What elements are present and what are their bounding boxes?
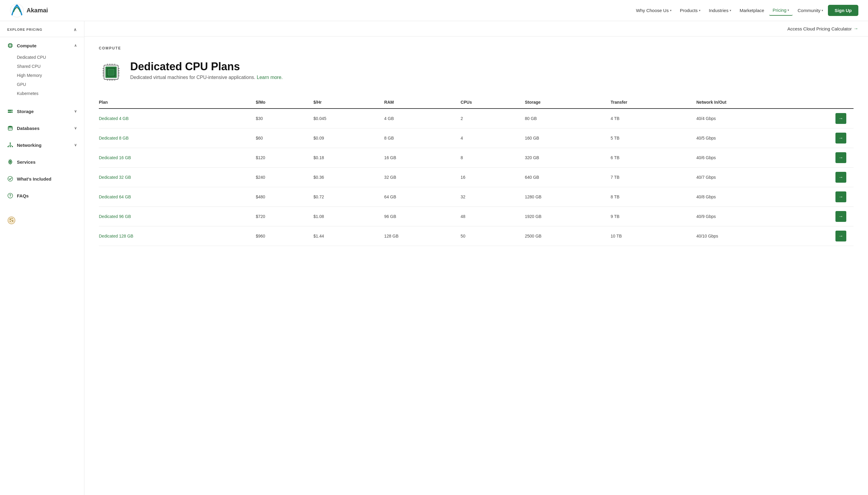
cell-network: 40/6 Gbps	[696, 148, 835, 168]
cell-plan: Dedicated 32 GB	[99, 168, 256, 187]
sidebar-section-storage: Storage ∨	[0, 103, 84, 120]
nav-industries[interactable]: Industries ▾	[705, 5, 735, 15]
logo-text: Akamai	[27, 7, 48, 14]
cookie-icon	[7, 216, 16, 225]
nav-products[interactable]: Products ▾	[676, 5, 704, 15]
cell-hr: $0.72	[313, 187, 384, 207]
cell-storage: 320 GB	[525, 148, 611, 168]
arrow-right-icon: →	[853, 26, 858, 31]
cell-plan: Dedicated 4 GB	[99, 108, 256, 129]
learn-more-link[interactable]: Learn more.	[257, 75, 283, 80]
cell-plan: Dedicated 8 GB	[99, 129, 256, 148]
sidebar-header: Explore Pricing ∧	[0, 21, 84, 37]
row-action-button[interactable]: →	[835, 133, 846, 143]
cell-ram: 8 GB	[384, 129, 461, 148]
cell-storage: 1920 GB	[525, 207, 611, 226]
storage-icon	[7, 108, 13, 114]
sidebar-item-high-memory[interactable]: High Memory	[0, 71, 84, 80]
main-content: Access Cloud Pricing Calculator → Comput…	[84, 21, 868, 495]
sidebar-item-gpu[interactable]: GPU	[0, 80, 84, 89]
chevron-down-icon: ∨	[74, 126, 77, 130]
col-plan: Plan	[99, 96, 256, 108]
svg-rect-24	[12, 146, 13, 147]
table-row: Dedicated 8 GB $60 $0.09 8 GB 4 160 GB 5…	[99, 129, 853, 148]
sidebar-item-shared-cpu[interactable]: Shared CPU	[0, 62, 84, 71]
chevron-down-icon: ∨	[74, 143, 77, 147]
nav-pricing[interactable]: Pricing ▾	[769, 5, 793, 16]
page-layout: Explore Pricing ∧	[0, 21, 868, 495]
cell-mo: $120	[256, 148, 313, 168]
cell-hr: $1.08	[313, 207, 384, 226]
col-action	[835, 96, 853, 108]
sidebar-item-networking[interactable]: Networking ∨	[0, 139, 84, 151]
sidebar-item-kubernetes[interactable]: Kubernetes	[0, 89, 84, 98]
table-row: Dedicated 128 GB $960 $1.44 128 GB 50 25…	[99, 226, 853, 246]
cell-network: 40/9 Gbps	[696, 207, 835, 226]
pricing-table: Plan $/Mo $/Hr RAM CPUs Storage Transfer…	[99, 96, 853, 246]
sidebar-item-compute[interactable]: Compute ∧	[0, 39, 84, 52]
sidebar-section-databases: Databases ∨	[0, 120, 84, 137]
cell-cpus: 8	[461, 148, 525, 168]
sidebar-item-databases[interactable]: Databases ∨	[0, 122, 84, 134]
plan-link[interactable]: Dedicated 128 GB	[99, 234, 133, 238]
cell-plan: Dedicated 64 GB	[99, 187, 256, 207]
sidebar-item-services[interactable]: Services	[0, 156, 84, 168]
cell-mo: $60	[256, 129, 313, 148]
cell-action: →	[835, 148, 853, 168]
col-network: Network In/Out	[696, 96, 835, 108]
cell-cpus: 2	[461, 108, 525, 129]
chevron-down-icon: ▾	[670, 9, 672, 12]
col-storage: Storage	[525, 96, 611, 108]
svg-point-39	[11, 220, 12, 221]
row-action-button[interactable]: →	[835, 191, 846, 202]
sidebar-section-networking: Networking ∨	[0, 137, 84, 153]
svg-line-27	[8, 145, 10, 146]
access-calculator-link[interactable]: Access Cloud Pricing Calculator →	[787, 26, 858, 31]
svg-rect-3	[9, 44, 12, 47]
networking-icon	[7, 142, 13, 148]
cell-action: →	[835, 168, 853, 187]
cell-transfer: 5 TB	[611, 129, 696, 148]
row-action-button[interactable]: →	[835, 231, 846, 241]
sidebar-item-faqs[interactable]: FAQs	[0, 190, 84, 202]
nav-why-choose-us[interactable]: Why Choose Us ▾	[632, 5, 675, 15]
signup-button[interactable]: Sign Up	[828, 5, 858, 16]
svg-point-1	[16, 4, 18, 7]
cell-mo: $960	[256, 226, 313, 246]
cell-mo: $480	[256, 187, 313, 207]
row-action-button[interactable]: →	[835, 211, 846, 222]
cell-storage: 2500 GB	[525, 226, 611, 246]
nav-marketplace[interactable]: Marketplace	[736, 5, 768, 15]
cell-network: 40/8 Gbps	[696, 187, 835, 207]
svg-point-35	[10, 219, 11, 220]
plan-link[interactable]: Dedicated 8 GB	[99, 136, 129, 140]
row-action-button[interactable]: →	[835, 172, 846, 183]
sidebar-item-storage[interactable]: Storage ∨	[0, 105, 84, 117]
plan-link[interactable]: Dedicated 32 GB	[99, 175, 131, 180]
sidebar-item-whats-included[interactable]: What's Included	[0, 173, 84, 185]
chevron-up-icon[interactable]: ∧	[73, 27, 77, 32]
cell-action: →	[835, 226, 853, 246]
chevron-down-icon: ▾	[787, 8, 789, 12]
nav-community[interactable]: Community ▾	[794, 5, 827, 15]
cell-cpus: 50	[461, 226, 525, 246]
svg-line-28	[10, 145, 12, 146]
plan-link[interactable]: Dedicated 64 GB	[99, 194, 131, 199]
table-row: Dedicated 16 GB $120 $0.18 16 GB 8 320 G…	[99, 148, 853, 168]
plan-link[interactable]: Dedicated 96 GB	[99, 214, 131, 219]
row-action-button[interactable]: →	[835, 152, 846, 163]
logo[interactable]: Akamai	[10, 3, 48, 18]
plan-link[interactable]: Dedicated 16 GB	[99, 155, 131, 160]
chevron-down-icon: ▾	[730, 9, 731, 12]
cell-cpus: 4	[461, 129, 525, 148]
svg-point-33	[10, 197, 11, 197]
col-hr: $/Hr	[313, 96, 384, 108]
cell-action: →	[835, 108, 853, 129]
sidebar-item-dedicated-cpu[interactable]: Dedicated CPU	[0, 53, 84, 62]
row-action-button[interactable]: →	[835, 113, 846, 124]
plan-link[interactable]: Dedicated 4 GB	[99, 116, 129, 121]
product-description: Dedicated virtual machines for CPU-inten…	[130, 75, 283, 80]
cpu-icon-wrap	[99, 60, 123, 84]
cell-plan: Dedicated 16 GB	[99, 148, 256, 168]
table-row: Dedicated 96 GB $720 $1.08 96 GB 48 1920…	[99, 207, 853, 226]
